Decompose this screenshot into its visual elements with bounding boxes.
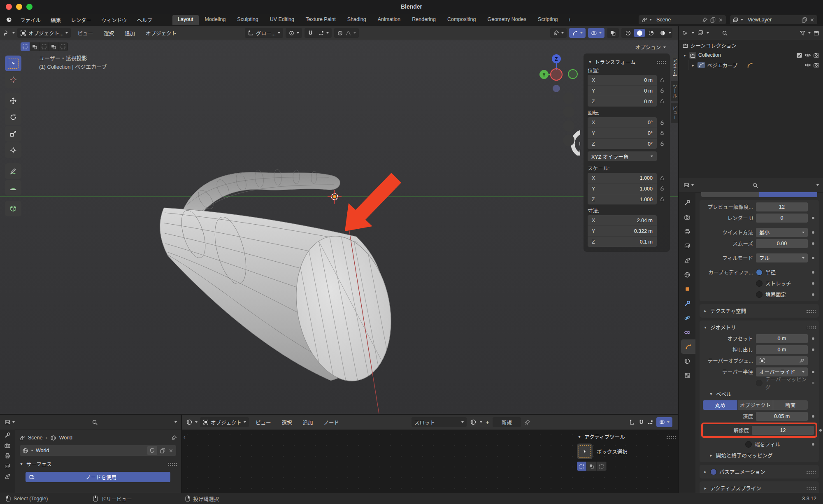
tab-constraints[interactable] xyxy=(679,325,695,339)
animate-dot[interactable] xyxy=(811,282,816,285)
shading-wireframe-button[interactable] xyxy=(623,29,633,37)
twist-smooth-field[interactable]: 0.00 xyxy=(756,239,808,248)
use-nodes-button[interactable]: ノードを使用 xyxy=(26,472,170,482)
panel-grip-icon[interactable] xyxy=(806,486,816,490)
overlays-toggle[interactable] xyxy=(656,417,672,427)
workspace-tab-modeling[interactable]: Modeling xyxy=(200,15,231,25)
snap-magnet-icon[interactable] xyxy=(307,30,314,36)
sidebar-tab-tool[interactable]: ツール xyxy=(671,81,678,101)
object-type-visibility-dropdown[interactable] xyxy=(550,28,567,38)
editor-type-3d-icon[interactable] xyxy=(3,30,10,36)
new-collection-icon[interactable] xyxy=(813,30,820,36)
tab-tool[interactable] xyxy=(4,432,11,439)
menu-render[interactable]: レンダー xyxy=(66,15,96,25)
lock-icon[interactable] xyxy=(659,130,665,136)
geometry-section[interactable]: ▾ ジオメトリ xyxy=(703,322,816,333)
animate-dot[interactable] xyxy=(811,257,816,259)
tool-cursor-button[interactable] xyxy=(5,72,21,88)
add-workspace-button[interactable]: + xyxy=(564,15,576,25)
editor-divider[interactable] xyxy=(678,26,679,493)
editor-type-outliner-icon[interactable] xyxy=(682,30,689,36)
pivot-point-dropdown[interactable] xyxy=(286,28,302,38)
hide-eye-icon[interactable] xyxy=(804,62,811,68)
proportional-edit-icon[interactable] xyxy=(337,30,343,36)
rotation-z-field[interactable]: Z0° xyxy=(588,138,657,149)
panel-grip-icon[interactable] xyxy=(806,470,816,474)
scale-z-field[interactable]: Z1.000 xyxy=(588,194,657,204)
viewport-3d[interactable]: オブジェクト... ビュー 選択 追加 オブジェクト グロー... xyxy=(0,26,678,415)
eyedropper-icon[interactable] xyxy=(799,358,804,364)
search-icon[interactable] xyxy=(722,30,728,36)
workspace-tab-geometry-nodes[interactable]: Geometry Nodes xyxy=(482,15,531,25)
sidebar-collapse-icon[interactable]: ‹ xyxy=(184,434,186,440)
tab-modifiers[interactable] xyxy=(679,296,695,311)
tab-output[interactable] xyxy=(679,224,695,239)
collapse-icon[interactable]: ▾ xyxy=(19,462,24,466)
workspace-tab-compositing[interactable]: Compositing xyxy=(442,15,481,25)
pin-id-icon[interactable] xyxy=(171,435,177,441)
material-browse-icon[interactable] xyxy=(470,419,477,425)
location-x-field[interactable]: X0 m xyxy=(588,75,657,85)
panel-grip-icon[interactable] xyxy=(806,325,816,329)
tab-render[interactable] xyxy=(4,442,11,449)
sidebar-tab-view[interactable]: ビュー xyxy=(671,103,678,123)
delete-scene-icon[interactable] xyxy=(718,17,723,23)
animate-dot[interactable] xyxy=(811,348,816,351)
tab-object-data[interactable] xyxy=(681,339,695,354)
tab-scene[interactable] xyxy=(4,473,11,480)
animate-dot[interactable] xyxy=(811,293,816,296)
collapse-icon[interactable]: ▾ xyxy=(588,60,593,64)
workspace-tab-animation[interactable]: Animation xyxy=(372,15,406,25)
delete-viewlayer-icon[interactable] xyxy=(809,17,815,23)
workspace-tab-rendering[interactable]: Rendering xyxy=(407,15,441,25)
offset-field[interactable]: 0 m xyxy=(756,334,808,343)
select-mode-extend-button[interactable] xyxy=(587,462,597,471)
dimensions-x-field[interactable]: X2.04 m xyxy=(588,215,657,225)
new-scene-icon[interactable] xyxy=(710,17,716,23)
texture-space-section[interactable]: ▸ テクスチャ空間 xyxy=(703,305,816,316)
tab-physics[interactable] xyxy=(679,311,695,325)
new-viewlayer-icon[interactable] xyxy=(801,17,807,23)
cursor-3d[interactable] xyxy=(328,190,342,204)
tool-annotate-button[interactable] xyxy=(5,163,21,179)
tab-scene[interactable] xyxy=(679,253,695,267)
animate-dot[interactable] xyxy=(811,371,816,373)
rotation-y-field[interactable]: Y0° xyxy=(588,128,657,138)
select-mode-subtract-button[interactable] xyxy=(597,462,607,471)
axis-z-ball[interactable]: Z xyxy=(555,56,558,62)
axis-x-ball[interactable] xyxy=(551,69,562,80)
world-datablock-selector[interactable]: World xyxy=(20,445,176,456)
tool-add-cube-button[interactable] xyxy=(5,201,21,216)
scale-x-field[interactable]: X1.000 xyxy=(588,173,657,183)
animate-dot[interactable] xyxy=(811,337,816,340)
zoom-window-button[interactable] xyxy=(26,4,33,10)
outliner-row-collection[interactable]: ▾ Collection xyxy=(679,50,823,60)
workspace-tab-texture-paint[interactable]: Texture Paint xyxy=(300,15,341,25)
exclude-checkbox[interactable] xyxy=(796,52,802,58)
scale-y-field[interactable]: Y1.000 xyxy=(588,183,657,194)
lock-icon[interactable] xyxy=(659,175,665,181)
axis-y-ball[interactable]: Y xyxy=(542,72,546,78)
snap-target-icon[interactable] xyxy=(318,30,324,36)
render-visibility-icon[interactable] xyxy=(813,52,820,58)
radio-radius[interactable] xyxy=(756,269,763,276)
material-slot-dropdown[interactable]: スロット xyxy=(412,417,467,427)
select-mode-new-button[interactable] xyxy=(21,42,30,51)
search-icon[interactable] xyxy=(92,419,98,425)
taper-object-field[interactable] xyxy=(756,356,808,365)
fill-mode-dropdown[interactable]: フル xyxy=(756,253,808,262)
falloff-curve-icon[interactable] xyxy=(345,30,351,36)
rotation-mode-dropdown[interactable]: XYZ オイラー角 xyxy=(588,151,657,161)
gizmos-toggle[interactable] xyxy=(569,28,586,38)
tool-rotate-button[interactable] xyxy=(5,109,21,125)
menu-window[interactable]: ウィンドウ xyxy=(97,15,132,25)
radio-stretch[interactable] xyxy=(756,280,763,287)
twist-method-dropdown[interactable]: 最小 xyxy=(756,228,808,237)
sidebar-tab-item[interactable]: アイテム xyxy=(671,55,678,79)
breadcrumb-world[interactable]: World xyxy=(59,435,72,441)
menu-file[interactable]: ファイル xyxy=(16,15,45,25)
filter-icon[interactable] xyxy=(800,30,806,36)
expand-icon[interactable]: ▸ xyxy=(703,486,708,490)
workspace-tab-scripting[interactable]: Scripting xyxy=(532,15,563,25)
tab-texture[interactable] xyxy=(679,368,695,383)
